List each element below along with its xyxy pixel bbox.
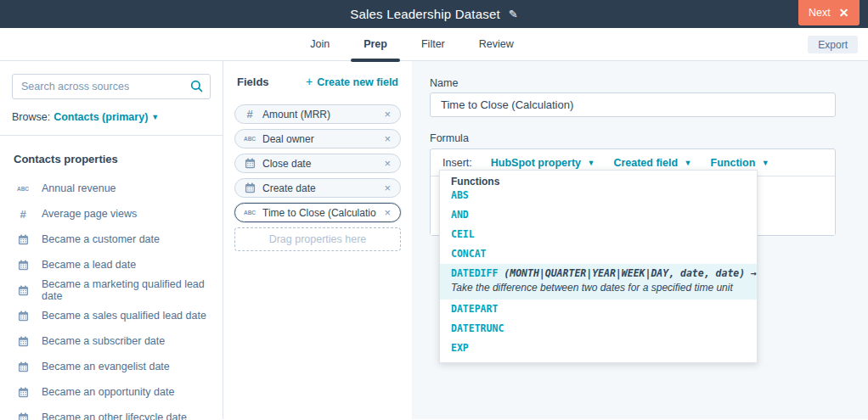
function-option-exp[interactable]: EXP bbox=[440, 339, 757, 358]
property-label: Became an other lifecycle date bbox=[42, 412, 187, 420]
page-title: Sales Leadership Dataset bbox=[350, 7, 500, 21]
chevron-down-icon: ▼ bbox=[587, 159, 595, 167]
property-item[interactable]: Became a marketing qualified lead date bbox=[12, 277, 211, 303]
function-description: Take the difference between two dates fo… bbox=[451, 281, 746, 295]
property-label: Became an evangelist date bbox=[42, 361, 170, 372]
chevron-down-icon: ▼ bbox=[762, 159, 769, 167]
property-label: Became an opportunity date bbox=[42, 386, 174, 398]
fields-panel: Fields +Create new field #Amount (MRR)×A… bbox=[223, 61, 412, 419]
chevron-down-icon: ▼ bbox=[685, 159, 692, 167]
field-chip-label: Create date bbox=[262, 182, 376, 194]
text-icon: ABC bbox=[16, 186, 30, 192]
tab-join[interactable]: Join bbox=[310, 28, 330, 60]
tab-prep[interactable]: Prep bbox=[364, 28, 387, 60]
property-label: Average page views bbox=[42, 208, 137, 220]
calendar-icon bbox=[16, 285, 30, 296]
remove-field-icon[interactable]: × bbox=[383, 206, 392, 219]
calendar-icon bbox=[16, 234, 30, 245]
calendar-icon bbox=[16, 260, 30, 271]
function-option-concat[interactable]: CONCAT bbox=[440, 244, 757, 264]
calendar-icon bbox=[16, 387, 30, 398]
tab-review[interactable]: Review bbox=[479, 28, 514, 60]
property-item[interactable]: Became an evangelist date bbox=[12, 354, 211, 379]
close-icon[interactable]: ✕ bbox=[839, 7, 849, 19]
functions-list: ABSANDCEILCONCATDATEDIFF (MONTH|QUARTER|… bbox=[440, 186, 757, 363]
field-name-input[interactable] bbox=[430, 92, 836, 117]
property-label: Became a customer date bbox=[42, 233, 160, 245]
name-label: Name bbox=[430, 77, 458, 89]
property-item[interactable]: Became a subscriber date bbox=[12, 328, 211, 354]
tabs: JoinPrepFilterReview bbox=[0, 28, 846, 60]
function-option-ceil[interactable]: CEIL bbox=[440, 225, 757, 244]
property-label: Became a marketing qualified lead date bbox=[42, 278, 211, 302]
property-label: Became a subscriber date bbox=[42, 335, 165, 347]
calendar-icon bbox=[16, 412, 30, 420]
remove-field-icon[interactable]: × bbox=[383, 157, 392, 170]
property-item[interactable]: ABCAnnual revenue bbox=[12, 176, 211, 201]
function-name: DATEDIFF bbox=[451, 267, 504, 279]
function-option-datediff[interactable]: DATEDIFF (MONTH|QUARTER|YEAR|WEEK|DAY, d… bbox=[440, 264, 757, 300]
field-chip-label: Time to Close (Calculation) bbox=[262, 207, 376, 219]
functions-dropdown-header: Functions bbox=[440, 171, 757, 186]
tab-bar: JoinPrepFilterReview Export bbox=[0, 28, 868, 61]
number-icon: # bbox=[244, 108, 256, 120]
next-button[interactable]: Next ✕ bbox=[798, 0, 860, 25]
function-option-and[interactable]: AND bbox=[440, 205, 757, 225]
insert-created-field-dropdown[interactable]: Created field ▼ bbox=[613, 157, 691, 169]
property-item[interactable]: Became a customer date bbox=[12, 227, 211, 252]
search-input[interactable] bbox=[12, 74, 211, 99]
remove-field-icon[interactable]: × bbox=[383, 132, 392, 145]
plus-icon: + bbox=[306, 75, 313, 88]
function-option-floor[interactable]: FLOOR bbox=[440, 358, 757, 363]
property-item[interactable]: Became a lead date bbox=[12, 252, 211, 277]
insert-function-dropdown[interactable]: Function ▼ bbox=[711, 157, 769, 169]
insert-label: Insert: bbox=[442, 157, 472, 169]
fields-list: #Amount (MRR)×ABCDeal owner×Close date×C… bbox=[234, 104, 401, 222]
chevron-down-icon: ▼ bbox=[151, 113, 159, 121]
function-option-datetrunc[interactable]: DATETRUNC bbox=[440, 319, 757, 339]
remove-field-icon[interactable]: × bbox=[383, 108, 392, 120]
edit-pencil-icon[interactable]: ✎ bbox=[509, 8, 518, 20]
function-option-datepart[interactable]: DATEPART bbox=[440, 300, 757, 319]
search-icon bbox=[190, 80, 203, 96]
property-item[interactable]: Became an opportunity date bbox=[12, 379, 211, 405]
field-chip-label: Deal owner bbox=[262, 133, 376, 145]
fields-title: Fields bbox=[237, 76, 269, 88]
tab-filter[interactable]: Filter bbox=[421, 28, 445, 60]
field-chip[interactable]: Create date× bbox=[234, 178, 401, 198]
property-item[interactable]: Became a sales qualified lead date bbox=[12, 303, 211, 328]
field-chip[interactable]: #Amount (MRR)× bbox=[234, 104, 401, 124]
calendar-icon bbox=[16, 336, 30, 347]
create-new-field-button[interactable]: +Create new field bbox=[306, 75, 398, 88]
browse-source-dropdown[interactable]: Contacts (primary)▼ bbox=[54, 111, 159, 123]
property-label: Annual revenue bbox=[42, 182, 116, 194]
field-chip[interactable]: Close date× bbox=[234, 154, 401, 173]
property-item[interactable]: Became an other lifecycle date bbox=[12, 405, 211, 420]
properties-list: ABCAnnual revenue#Average page viewsBeca… bbox=[12, 176, 211, 420]
field-chip-label: Amount (MRR) bbox=[262, 109, 376, 120]
calendar-icon bbox=[16, 311, 30, 322]
field-editor-panel: Name Formula Insert: HubSpot property ▼ … bbox=[412, 61, 868, 419]
divider bbox=[0, 135, 223, 136]
field-chip[interactable]: ABCDeal owner× bbox=[234, 129, 401, 148]
functions-dropdown: Functions ABSANDCEILCONCATDATEDIFF (MONT… bbox=[439, 170, 758, 363]
text-icon: ABC bbox=[244, 210, 256, 216]
property-label: Became a lead date bbox=[42, 259, 136, 271]
remove-field-icon[interactable]: × bbox=[383, 182, 392, 194]
insert-hubspot-property-dropdown[interactable]: HubSpot property ▼ bbox=[491, 157, 595, 169]
calendar-icon bbox=[244, 182, 256, 193]
text-icon: ABC bbox=[244, 136, 256, 142]
property-label: Became a sales qualified lead date bbox=[42, 310, 206, 322]
sources-sidebar: Browse:Contacts (primary)▼ Contacts prop… bbox=[0, 61, 223, 419]
drag-properties-dropzone[interactable]: Drag properties here bbox=[234, 227, 401, 251]
property-item[interactable]: #Average page views bbox=[12, 201, 211, 227]
export-button[interactable]: Export bbox=[808, 36, 858, 53]
field-chip[interactable]: ABCTime to Close (Calculation)× bbox=[234, 203, 401, 222]
number-icon: # bbox=[16, 208, 30, 221]
top-bar: Sales Leadership Dataset ✎ Next ✕ bbox=[0, 0, 868, 28]
next-button-label: Next bbox=[809, 7, 831, 19]
calendar-icon bbox=[244, 158, 256, 169]
browse-label: Browse: bbox=[12, 111, 50, 123]
calendar-icon bbox=[16, 361, 30, 372]
properties-section-title: Contacts properties bbox=[14, 153, 211, 165]
